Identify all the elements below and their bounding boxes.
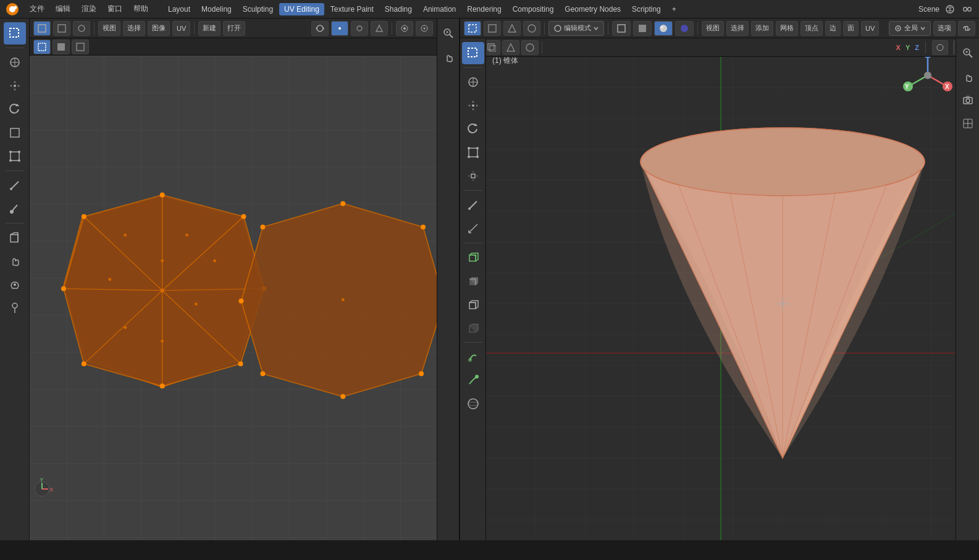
uv-new-btn[interactable]: 新建 [198, 21, 221, 36]
uv-mode-face[interactable] [371, 21, 388, 36]
vp-tool-paint[interactable] [462, 369, 484, 391]
workspace-layout[interactable]: Layout [163, 3, 195, 15]
workspace-compositing[interactable]: Compositing [508, 3, 559, 15]
vp-sub-4[interactable] [521, 40, 539, 55]
uv-tool-annotate[interactable] [4, 174, 26, 196]
vp-pan-tool[interactable] [957, 65, 979, 88]
vp-chain-btn[interactable] [958, 21, 975, 36]
menu-file[interactable]: 文件 [25, 2, 49, 16]
vp-tool-measure[interactable] [462, 217, 484, 240]
workspace-scripting[interactable]: Scripting [627, 3, 666, 15]
vp-tool-cursor[interactable] [462, 71, 484, 93]
vp-tool-cube-dark[interactable] [462, 317, 484, 339]
menu-render[interactable]: 渲染 [77, 2, 101, 16]
gizmo-z-label[interactable]: Z [915, 44, 919, 51]
vp-tool-transform[interactable] [462, 165, 484, 187]
gizmo-x-label[interactable]: X [896, 44, 901, 51]
uv-tool-hand[interactable] [4, 250, 26, 272]
uv-select-mode-face[interactable] [33, 21, 51, 36]
workspace-add[interactable]: + [667, 3, 681, 15]
uv-pivot-btn[interactable] [396, 21, 413, 36]
uv-zoom-btn[interactable] [437, 22, 460, 44]
vp-sub-3[interactable] [502, 40, 519, 55]
vp-options-btn[interactable]: 选项 [933, 21, 956, 36]
vp-grid-tool[interactable] [957, 112, 979, 135]
uv-sub-tab-1[interactable] [33, 40, 51, 54]
vp-mode-select[interactable] [464, 21, 481, 36]
vp-tool-move[interactable] [462, 94, 484, 117]
vp-edit-mode-dropdown[interactable]: 编辑模式 [548, 21, 604, 36]
vp-menu-mesh[interactable]: 网格 [776, 21, 798, 36]
gizmo-y-label[interactable]: Y [905, 44, 910, 51]
workspace-sculpting[interactable]: Sculpting [238, 3, 278, 15]
uv-tool-cursor[interactable] [4, 51, 26, 73]
uv-pan-btn[interactable] [437, 46, 460, 68]
uv-mode-edge[interactable] [351, 21, 368, 36]
uv-image-menu[interactable]: 图像 [148, 21, 170, 36]
vp-tool-cube-wire[interactable] [462, 293, 484, 316]
vp-tool-annotate[interactable] [462, 194, 484, 216]
vp-menu-add[interactable]: 添加 [751, 21, 773, 36]
uv-sub-tab-3[interactable] [72, 40, 89, 54]
workspace-geometry-nodes[interactable]: Geometry Nodes [560, 3, 626, 15]
uv-uv-menu[interactable]: UV [172, 21, 190, 36]
vp-canvas-area[interactable]: Z X Y 用户透视 (1) 锥体 [486, 38, 979, 540]
uv-canvas[interactable]: X Y [30, 56, 437, 540]
vp-transform-pivot[interactable]: 全局 [889, 21, 931, 36]
vp-menu-uv[interactable]: UV [861, 21, 879, 36]
uv-tool-rotate[interactable] [4, 98, 26, 120]
uv-proportional-btn[interactable] [416, 21, 433, 36]
svg-point-34 [18, 151, 20, 153]
vp-camera-tool[interactable] [957, 89, 979, 111]
uv-tool-brush[interactable] [4, 198, 26, 220]
workspace-animation[interactable]: Animation [418, 3, 461, 15]
uv-tool-transform[interactable] [4, 145, 26, 167]
svg-point-69 [185, 233, 188, 236]
menu-edit[interactable]: 编辑 [51, 2, 75, 16]
workspace-rendering[interactable]: Rendering [462, 3, 506, 15]
vp-shading-solid[interactable] [633, 21, 652, 36]
uv-sync-btn[interactable] [311, 21, 329, 36]
uv-sub-tab-2[interactable] [53, 40, 70, 54]
vp-menu-view[interactable]: 视图 [702, 21, 724, 36]
vp-menu-face[interactable]: 面 [843, 21, 859, 36]
uv-tool-move[interactable] [4, 75, 26, 97]
vp-tool-scale[interactable] [462, 141, 484, 164]
uv-view-menu[interactable]: 视图 [98, 21, 120, 36]
vp-menu-vertex[interactable]: 顶点 [800, 21, 823, 36]
workspace-texture-paint[interactable]: Texture Paint [326, 3, 379, 15]
workspace-modeling[interactable]: Modeling [196, 3, 237, 15]
uv-tool-cube[interactable] [4, 227, 26, 249]
vp-tool-add-cube[interactable]: + [462, 246, 484, 269]
vp-shading-material[interactable] [654, 21, 673, 36]
vp-mode-2[interactable] [484, 21, 501, 36]
vp-menu-select[interactable]: 选择 [726, 21, 749, 36]
uv-tool-crop[interactable] [4, 122, 26, 144]
vp-mode-3[interactable] [503, 21, 521, 36]
menu-help[interactable]: 帮助 [128, 2, 153, 16]
uv-tool-grab[interactable] [4, 274, 26, 296]
menu-window[interactable]: 窗口 [103, 2, 127, 16]
vp-zoom-tool[interactable] [957, 42, 979, 64]
uv-mode-vert[interactable] [331, 21, 348, 36]
workspace-uv-editing[interactable]: UV Editing [279, 3, 324, 15]
vp-viewport-gizmo[interactable] [932, 40, 948, 55]
vp-tool-rotate[interactable] [462, 118, 484, 140]
uv-tool-pin[interactable] [4, 297, 26, 319]
vp-tool-sphere[interactable] [462, 393, 484, 415]
vp-menu-edge[interactable]: 边 [825, 21, 841, 36]
render-engine-btn[interactable] [943, 2, 957, 16]
vp-mode-4[interactable] [523, 21, 540, 36]
vp-tool-sculpt[interactable] [462, 346, 484, 368]
vp-tool-cube-solid[interactable] [462, 270, 484, 292]
uv-select-mode-edge[interactable] [53, 21, 70, 36]
uv-select-mode-vert[interactable] [73, 21, 90, 36]
uv-open-btn[interactable]: 打开 [223, 21, 245, 36]
vp-shading-wire[interactable] [612, 21, 631, 36]
vp-shading-rendered[interactable] [675, 21, 694, 36]
workspace-shading[interactable]: Shading [380, 3, 417, 15]
uv-tool-select[interactable] [4, 22, 26, 44]
vp-tool-select[interactable] [462, 42, 484, 64]
uv-select-menu[interactable]: 选择 [123, 21, 145, 36]
link-btn[interactable] [960, 2, 974, 16]
